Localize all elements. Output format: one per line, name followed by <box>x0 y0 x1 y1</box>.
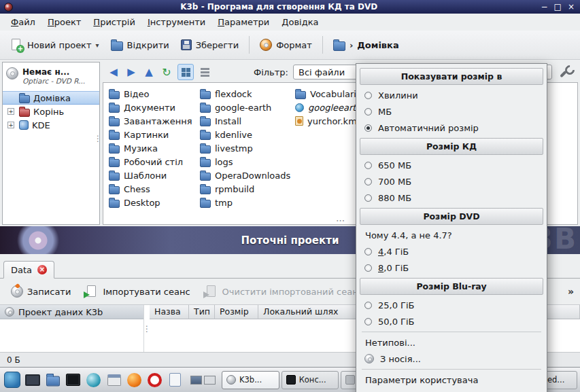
forward-button[interactable]: ▶ <box>123 64 139 80</box>
radio-off-icon <box>364 162 372 169</box>
splitter-handle-icon[interactable]: ⋮ <box>94 134 102 143</box>
menu-help[interactable]: Довідка <box>276 15 324 29</box>
menu-item-25gib[interactable]: 25,0 ГіБ <box>356 297 547 313</box>
file-item[interactable]: yurchor.km <box>295 114 357 128</box>
menu-item-from-medium[interactable]: З носія... <box>356 351 547 367</box>
file-item[interactable]: flexdock <box>200 87 290 101</box>
task-k3b[interactable]: K3b... <box>222 371 279 389</box>
menu-item-save-user-defaults[interactable]: Зберегти параметри користувача <box>356 388 547 392</box>
toolbar-overflow-icon[interactable]: » <box>568 286 574 297</box>
folder-icon <box>200 159 211 167</box>
document-launcher-icon[interactable] <box>166 371 184 389</box>
file-item[interactable]: logs <box>200 155 290 168</box>
kmenu-icon[interactable] <box>3 371 21 389</box>
minimize-button[interactable]: − <box>541 3 548 11</box>
file-item[interactable]: rpmbuild <box>200 182 290 196</box>
titlebar[interactable]: K3b - Програма для створення КД та DVD −… <box>0 0 580 14</box>
file-item[interactable]: Робочий стіл <box>109 155 192 168</box>
folder-icon <box>200 132 211 140</box>
tree-item-home[interactable]: Домівка <box>3 91 99 105</box>
project-root-item[interactable]: Проект даних K3b <box>0 305 143 319</box>
file-item[interactable]: Завантаження <box>109 114 192 128</box>
menu-item-megabytes[interactable]: МБ <box>356 103 547 120</box>
dvd-drive-icon <box>6 67 18 79</box>
menu-item-minutes[interactable]: Хвилини <box>356 87 547 103</box>
up-button[interactable]: ▲ <box>141 64 157 80</box>
file-item[interactable]: Музика <box>109 141 192 155</box>
file-item[interactable]: googleeart <box>295 101 357 114</box>
icon-view-button[interactable] <box>177 64 194 80</box>
menu-item-650mb[interactable]: 650 МБ <box>356 157 547 173</box>
file-item[interactable]: Шаблони <box>109 168 192 182</box>
close-button[interactable]: × <box>568 3 575 11</box>
new-project-button[interactable]: Новий проект ▾ <box>5 35 104 55</box>
column-size[interactable]: Розмір <box>215 305 258 319</box>
open-button[interactable]: Відкрити <box>106 36 174 54</box>
menu-item-880mb[interactable]: 880 МБ <box>356 190 547 206</box>
file-item[interactable]: Vocabulari <box>295 87 357 101</box>
menu-tools[interactable]: Інструменти <box>142 15 211 29</box>
file-item[interactable]: Desktop <box>109 196 192 209</box>
back-button[interactable]: ◀ <box>105 64 122 80</box>
device-entry[interactable]: Немає н... Optiarc - DVD R... <box>3 63 99 88</box>
file-item[interactable]: Документи <box>109 101 192 114</box>
popup-header-cd-size: Розмір КД <box>360 138 543 155</box>
maximize-button[interactable]: □ <box>554 3 562 11</box>
import-session-button[interactable]: Імпортувати сеанс <box>80 283 194 301</box>
tree-item-kde[interactable]: + KDE <box>3 118 99 132</box>
file-item[interactable]: livestmp <box>200 141 290 155</box>
menu-item-700mb[interactable]: 700 МБ <box>356 173 547 190</box>
menu-item-50gib[interactable]: 50,0 ГіБ <box>356 313 547 329</box>
task-konsole[interactable]: Конс... <box>282 371 339 389</box>
tab-data-project[interactable]: Data × <box>3 261 54 279</box>
clear-imported-session-icon <box>205 285 218 298</box>
file-item[interactable]: google-earth <box>200 101 290 114</box>
file-item[interactable]: Chess <box>109 182 192 196</box>
terminal-icon[interactable] <box>64 371 82 389</box>
opera-icon[interactable] <box>146 371 164 389</box>
file-item[interactable]: Картинки <box>109 128 192 141</box>
pager-desktop-1[interactable] <box>190 376 202 385</box>
menu-project[interactable]: Проект <box>42 15 86 29</box>
folder-launcher-icon[interactable] <box>44 371 62 389</box>
scroll-indicator-icon[interactable]: ⋯ <box>336 217 345 224</box>
workspace-pager[interactable] <box>190 376 216 385</box>
file-item[interactable]: tmp <box>200 196 290 209</box>
file-item[interactable]: kdenlive <box>200 128 290 141</box>
menu-device[interactable]: Пристрій <box>88 15 141 29</box>
new-project-dropdown-icon[interactable]: ▾ <box>96 41 99 49</box>
desktop-icon[interactable] <box>23 371 41 389</box>
window-icon[interactable] <box>105 371 123 389</box>
tab-close-icon[interactable]: × <box>37 265 47 274</box>
menu-item-user-defaults[interactable]: Параметри користувача <box>356 372 547 388</box>
tree-item-root[interactable]: + Корінь <box>3 105 99 118</box>
toolbar-separator <box>249 36 250 54</box>
menu-item-custom[interactable]: Нетипові... <box>356 334 547 351</box>
menu-item-44gib[interactable]: 4,4 ГіБ <box>356 243 547 260</box>
file-item[interactable]: OperaDownloads <box>200 168 290 182</box>
breadcrumb-home[interactable]: Домівка <box>357 40 398 50</box>
menu-file[interactable]: Файл <box>5 15 41 29</box>
configure-button[interactable] <box>558 63 575 81</box>
menu-item-auto-size[interactable]: Автоматичний розмір <box>356 120 547 136</box>
save-button[interactable]: Зберегти <box>176 36 243 54</box>
format-button[interactable]: Формат <box>255 35 317 54</box>
detail-view-button[interactable] <box>197 64 213 80</box>
expander-icon[interactable]: + <box>7 108 14 115</box>
column-type[interactable]: Тип <box>189 305 215 319</box>
breadcrumb[interactable]: › Домівка <box>328 36 404 54</box>
file-item[interactable]: Install <box>200 114 290 128</box>
reload-button[interactable]: ↻ <box>158 64 175 80</box>
pager-desktop-2[interactable] <box>204 376 216 385</box>
expander-icon[interactable]: + <box>7 122 14 128</box>
globe-icon[interactable] <box>84 371 103 389</box>
splitter-handle-icon[interactable]: ⋮ <box>144 305 150 352</box>
menu-item-why-44[interactable]: Чому 4.4, а не 4.7? <box>356 227 547 243</box>
menu-settings[interactable]: Параметри <box>212 15 275 29</box>
column-name[interactable]: Назва <box>150 305 189 319</box>
file-item[interactable]: Відео <box>109 87 192 101</box>
burn-button[interactable]: Записати <box>6 283 75 300</box>
folder-icon <box>109 173 120 181</box>
firefox-icon[interactable] <box>125 371 143 389</box>
menu-item-80gib[interactable]: 8,0 ГіБ <box>356 260 547 276</box>
